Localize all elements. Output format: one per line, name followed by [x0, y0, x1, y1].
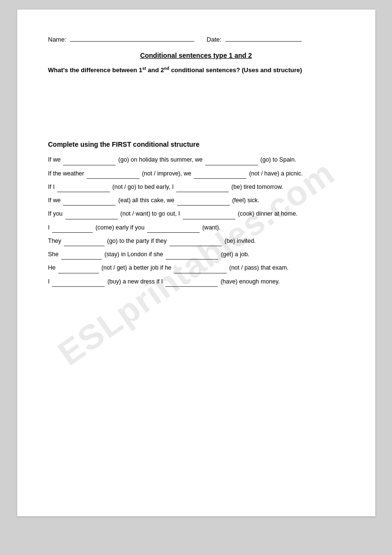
blank-9a: [58, 267, 99, 273]
blank-3b: [176, 185, 229, 192]
blank-2b: [194, 172, 246, 179]
exercise-6: I (come) early if you (want).: [48, 223, 344, 233]
blank-7a: [64, 239, 105, 246]
blank-5b: [183, 213, 235, 219]
name-label: Name:: [48, 36, 66, 43]
blank-1a: [63, 159, 116, 165]
question-text-before: What's the difference between 1: [48, 66, 142, 74]
blank-1b: [205, 159, 258, 165]
blank-4a: [63, 199, 116, 206]
date-label: Date:: [207, 36, 222, 43]
name-field: [70, 41, 194, 42]
blank-10a: [52, 280, 105, 287]
header: Name: Date:: [48, 36, 344, 43]
question-line: What's the difference between 1st and 2n…: [48, 66, 344, 74]
blank-6b: [147, 226, 200, 233]
blank-6a: [52, 226, 93, 233]
section-title: Complete using the FIRST conditional str…: [48, 141, 344, 148]
exercise-9: He (not / get) a better job if he (not /…: [48, 263, 344, 273]
blank-3a: [57, 185, 110, 192]
date-field: [225, 41, 302, 42]
exercise-1: If we (go) on holiday this summer, we (g…: [48, 155, 344, 165]
exercise-8: She (stay) in London if she (get) a job.: [48, 250, 344, 260]
blank-8b: [166, 253, 218, 260]
exercise-7: They (go) to the party if they (be) invi…: [48, 236, 344, 246]
blank-10b: [165, 280, 218, 287]
worksheet-title: Conditional sentences type 1 and 2: [48, 52, 344, 59]
exercises-container: If we (go) on holiday this summer, we (g…: [48, 155, 344, 287]
exercise-5: If you (not / want) to go out, I (cook) …: [48, 209, 344, 219]
blank-5a: [65, 213, 118, 219]
blank-2a: [87, 172, 139, 179]
question-sup1: st: [142, 66, 146, 71]
question-text-after: conditional sentences? (Uses and structu…: [170, 66, 302, 74]
exercise-2: If the weather (not / improve), we (not …: [48, 169, 344, 179]
question-sup2: nd: [164, 66, 170, 71]
blank-7b: [170, 239, 222, 246]
worksheet-page: ESLprintables.com Name: Date: Conditiona…: [17, 10, 375, 516]
blank-9b: [174, 267, 227, 273]
exercise-10: I (buy) a new dress if I (have) enough m…: [48, 277, 344, 287]
exercise-3: If I (not / go) to bed early, I (be) tir…: [48, 182, 344, 192]
blank-8a: [61, 253, 102, 260]
question-text-middle: and 2: [146, 66, 164, 74]
exercise-4: If we (eat) all this cake, we (feel) sic…: [48, 196, 344, 206]
blank-4b: [177, 199, 230, 206]
